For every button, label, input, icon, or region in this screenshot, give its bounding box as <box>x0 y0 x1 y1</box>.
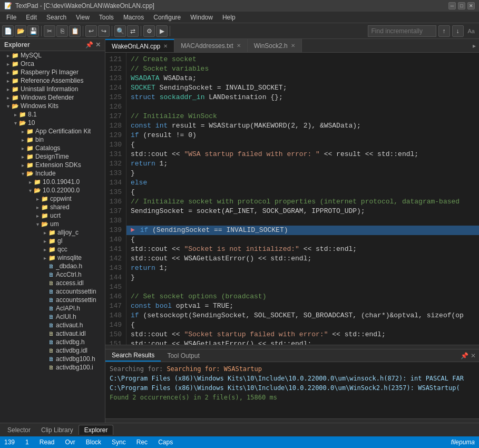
cut-button[interactable]: ✂ <box>44 25 55 37</box>
redo-button[interactable]: ↪ <box>98 25 110 37</box>
tree-item-cppwint[interactable]: ▸📁cppwint <box>0 194 105 203</box>
tree-item-windefender[interactable]: ▸📁Windows Defender <box>0 93 105 102</box>
tree-item-um[interactable]: ▾📂um <box>0 220 105 228</box>
tree-item-include[interactable]: ▾📂Include <box>0 169 105 178</box>
code-line-151[interactable]: std::cout << WSAGetLastError() << std::e… <box>126 339 479 345</box>
tree-item-accountssett1[interactable]: 🗎accountssettin <box>0 287 105 296</box>
tree-item-10.0.22000.0[interactable]: ▾📂10.0.22000.0 <box>0 186 105 194</box>
code-line-134[interactable]: else <box>126 178 479 188</box>
tree-item-gl[interactable]: ▸📁gl <box>0 237 105 245</box>
tree-item-10[interactable]: ▾📂10 <box>0 119 105 127</box>
tree-item-8.1[interactable]: ▸📁8.1 <box>0 110 105 119</box>
tree-item-activdbg[interactable]: 🗎activdbg.h <box>0 338 105 346</box>
menu-item-help[interactable]: Help <box>218 13 240 22</box>
menu-item-search[interactable]: Search <box>42 13 71 22</box>
code-line-127[interactable]: // Initialize WinSock <box>126 112 479 121</box>
code-content[interactable]: // Create socket// Socket variablesWSADA… <box>126 53 479 345</box>
tab-close-2[interactable]: ✕ <box>291 43 295 48</box>
new-file-button[interactable]: 📄 <box>2 25 14 37</box>
footer-tab-1[interactable]: Clip Library <box>36 425 79 435</box>
code-line-143[interactable]: return 1; <box>126 264 479 273</box>
code-line-140[interactable]: { <box>126 235 479 245</box>
menu-item-file[interactable]: File <box>2 13 21 22</box>
code-line-125[interactable]: struct sockaddr_in LANDestination {}; <box>126 93 479 102</box>
tree-item-activdbg100h[interactable]: 🗎activdbg100.h <box>0 355 105 363</box>
code-line-123[interactable]: WSADATA WSAData; <box>126 74 479 83</box>
code-line-130[interactable]: { <box>126 140 479 150</box>
tab-scroll-button[interactable]: ▸ <box>470 40 479 52</box>
tree-item-activauidl[interactable]: 🗎activaut.idl <box>0 329 105 338</box>
footer-tab-0[interactable]: Selector <box>2 425 36 435</box>
code-line-135[interactable]: { <box>126 188 479 197</box>
tree-item-refasm[interactable]: ▸📁Reference Assemblies <box>0 76 105 85</box>
tree-item-mysql[interactable]: ▸📁MySQL <box>0 51 105 60</box>
find-button[interactable]: 🔍 <box>114 25 126 37</box>
sidebar-pin-button[interactable]: 📌 <box>85 41 93 48</box>
bottom-pin-button[interactable]: 📌 <box>461 352 468 359</box>
code-line-147[interactable]: const bool optval = TRUE; <box>126 301 479 311</box>
tree-item-appcert[interactable]: ▸📁App Certification Kit <box>0 127 105 135</box>
tree-item-_dbdao[interactable]: 🗎_dbdao.h <box>0 262 105 270</box>
code-line-138[interactable] <box>126 216 479 226</box>
code-line-139[interactable]: ► if (SendingSocket == INVALID_SOCKET) <box>126 226 479 235</box>
tab-close-0[interactable]: ✕ <box>163 43 168 49</box>
find-incrementally-input[interactable] <box>368 25 436 37</box>
code-line-148[interactable]: if (setsockopt(SendingSocket, SOL_SOCKET… <box>126 311 479 320</box>
code-line-121[interactable]: // Create socket <box>126 55 479 64</box>
bottom-horizontal-scrollbar[interactable] <box>105 418 479 423</box>
tree-item-winsqlite[interactable]: ▸📁winsqlite <box>0 254 105 262</box>
tree-item-uninstall[interactable]: ▸📁Uninstall Information <box>0 85 105 93</box>
copy-button[interactable]: ⎘ <box>56 25 68 37</box>
tree-item-activdbg100i[interactable]: 🗎activdbg100.i <box>0 363 105 372</box>
tree-item-rpi[interactable]: ▸📁Raspberry Pi Imager <box>0 68 105 76</box>
code-line-144[interactable]: } <box>126 273 479 283</box>
tool-output-tab[interactable]: Tool Output <box>161 349 206 362</box>
compile-button[interactable]: ⚙ <box>143 25 155 37</box>
code-line-149[interactable]: { <box>126 320 479 330</box>
tree-item-ucrt[interactable]: ▸📁ucrt <box>0 211 105 220</box>
code-line-128[interactable]: const int result = WSAStartup(MAKEWORD(2… <box>126 121 479 131</box>
code-line-146[interactable]: // Set socket options (broadcast) <box>126 292 479 301</box>
paste-button[interactable]: 📋 <box>69 25 81 37</box>
bottom-close-button[interactable]: ✕ <box>471 352 476 359</box>
save-button[interactable]: 💾 <box>27 25 39 37</box>
replace-button[interactable]: ⇄ <box>127 25 139 37</box>
menu-item-tools[interactable]: Tools <box>95 13 118 22</box>
open-button[interactable]: 📂 <box>15 25 26 37</box>
tree-item-orca[interactable]: ▸📁Orca <box>0 60 105 68</box>
code-line-150[interactable]: std::cout << "Socket startup failed with… <box>126 330 479 339</box>
close-button[interactable]: ✕ <box>467 2 475 9</box>
editor-tab-0[interactable]: WakeOnLAN.cpp✕ <box>105 39 174 52</box>
code-line-142[interactable]: std::cout << WSAGetLastError() << std::e… <box>126 254 479 264</box>
code-horizontal-scrollbar[interactable] <box>105 345 479 349</box>
sidebar-close-button[interactable]: ✕ <box>95 41 101 48</box>
code-line-132[interactable]: return 1; <box>126 159 479 169</box>
code-line-122[interactable]: // Socket variables <box>126 64 479 74</box>
tree-item-winkits[interactable]: ▾📂Windows Kits <box>0 102 105 110</box>
tree-item-aclui[interactable]: 🗎AclUI.h <box>0 313 105 321</box>
code-line-126[interactable] <box>126 102 479 112</box>
menu-item-configure[interactable]: Configure <box>149 13 185 22</box>
tree-item-designtime[interactable]: ▸📁DesignTime <box>0 152 105 161</box>
editor-tab-2[interactable]: WinSock2.h✕ <box>248 39 302 52</box>
tree-item-extsdks[interactable]: ▸📁Extension SDKs <box>0 161 105 169</box>
tree-item-accessidl[interactable]: 🗎access.idl <box>0 279 105 287</box>
menu-item-edit[interactable]: Edit <box>22 13 41 22</box>
code-line-141[interactable]: std::cout << "Socket is not initialized:… <box>126 245 479 254</box>
find-prev-button[interactable]: ↑ <box>438 25 450 37</box>
tree-item-bin[interactable]: ▸📁bin <box>0 135 105 144</box>
tree-item-shared[interactable]: ▸📁shared <box>0 203 105 211</box>
minimize-button[interactable]: ─ <box>448 2 456 9</box>
menu-item-view[interactable]: View <box>72 13 94 22</box>
tree-item-accctrl[interactable]: 🗎AccCtrl.h <box>0 270 105 279</box>
footer-tab-2[interactable]: Explorer <box>79 425 114 435</box>
code-line-145[interactable] <box>126 283 479 292</box>
code-line-129[interactable]: if (result != 0) <box>126 131 479 140</box>
undo-button[interactable]: ↩ <box>85 25 97 37</box>
tree-item-10.0.19041.0[interactable]: ▸📁10.0.19041.0 <box>0 178 105 186</box>
menu-item-window[interactable]: Window <box>186 13 217 22</box>
find-next-button[interactable]: ↓ <box>452 25 464 37</box>
menu-item-macros[interactable]: Macros <box>119 13 148 22</box>
run-button[interactable]: ▶ <box>156 25 168 37</box>
tree-item-activdbgidl[interactable]: 🗎activdbg.idl <box>0 346 105 355</box>
